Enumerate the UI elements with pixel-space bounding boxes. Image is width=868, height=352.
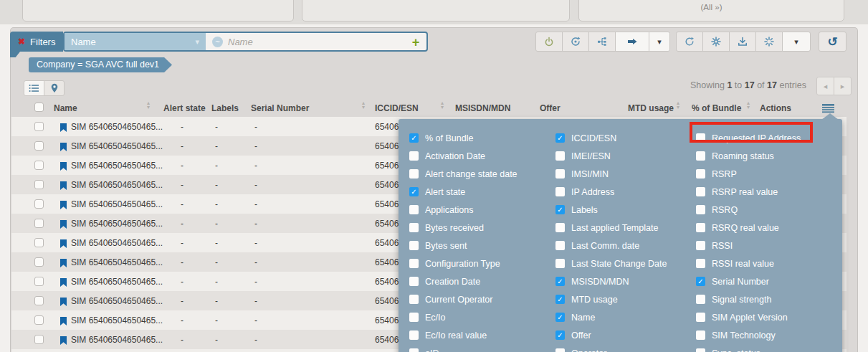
- power-button[interactable]: [535, 32, 563, 52]
- row-checkbox[interactable]: [34, 161, 44, 170]
- unchecked-checkbox[interactable]: [409, 277, 419, 286]
- sort-arrows-icon[interactable]: ▴▾: [747, 101, 750, 110]
- column-header--of-bundle[interactable]: % of Bundle: [692, 103, 741, 113]
- settings-button[interactable]: [702, 32, 730, 52]
- column-option[interactable]: eID: [409, 344, 551, 352]
- column-option[interactable]: IMSI/MIN: [555, 165, 697, 183]
- unchecked-checkbox[interactable]: [555, 241, 565, 250]
- unchecked-checkbox[interactable]: [555, 223, 565, 232]
- row-checkbox[interactable]: [34, 219, 44, 228]
- row-checkbox[interactable]: [34, 277, 44, 286]
- column-option[interactable]: ✓% of Bundle: [409, 129, 551, 147]
- column-header-offer[interactable]: Offer: [540, 103, 561, 113]
- column-option[interactable]: Roaming status: [696, 147, 838, 165]
- unchecked-checkbox[interactable]: [555, 151, 565, 161]
- column-option[interactable]: ✓Labels: [555, 201, 697, 219]
- column-option[interactable]: Alert change state date: [409, 165, 551, 183]
- unchecked-checkbox[interactable]: [409, 259, 419, 268]
- row-checkbox[interactable]: [34, 238, 44, 247]
- refresh-button[interactable]: [676, 32, 703, 52]
- column-option[interactable]: ✓MTD usage: [555, 290, 697, 308]
- unchecked-checkbox[interactable]: [696, 295, 705, 304]
- unchecked-checkbox[interactable]: [696, 151, 705, 161]
- column-option[interactable]: IP Address: [555, 183, 697, 201]
- unchecked-checkbox[interactable]: [696, 348, 705, 352]
- unchecked-checkbox[interactable]: [696, 313, 705, 322]
- assign-tag-button[interactable]: [615, 32, 649, 52]
- sort-arrows-icon[interactable]: ▴▾: [362, 101, 365, 110]
- download-button[interactable]: [729, 32, 756, 52]
- next-page-button[interactable]: ▸: [834, 77, 852, 95]
- unchecked-checkbox[interactable]: [409, 223, 419, 232]
- column-option[interactable]: Last State Change Date: [555, 255, 697, 272]
- checked-checkbox[interactable]: ✓: [409, 133, 419, 143]
- checked-checkbox[interactable]: ✓: [555, 277, 565, 286]
- column-option[interactable]: Last applied Template: [555, 219, 697, 237]
- unchecked-checkbox[interactable]: [696, 169, 705, 179]
- unchecked-checkbox[interactable]: [409, 205, 419, 214]
- checked-checkbox[interactable]: ✓: [555, 313, 565, 322]
- column-header-mtd-usage[interactable]: MTD usage: [628, 103, 674, 113]
- column-option[interactable]: Creation Date: [409, 272, 551, 290]
- unchecked-checkbox[interactable]: [409, 151, 419, 161]
- column-option[interactable]: Applications: [409, 201, 551, 219]
- checked-checkbox[interactable]: ✓: [555, 205, 565, 214]
- undo-button[interactable]: ↺: [819, 32, 846, 52]
- top-input-2[interactable]: [302, 0, 570, 22]
- process-button[interactable]: [755, 32, 783, 52]
- unchecked-checkbox[interactable]: [555, 348, 565, 352]
- column-option[interactable]: RSRQ: [696, 201, 838, 219]
- sort-arrows-icon[interactable]: ▴▾: [441, 101, 444, 110]
- column-header-labels[interactable]: Labels: [211, 103, 239, 113]
- column-option[interactable]: Bytes sent: [409, 237, 551, 255]
- column-header-alert-state[interactable]: Alert state: [163, 103, 206, 113]
- sort-arrows-icon[interactable]: ▴▾: [677, 101, 679, 110]
- column-option[interactable]: SIM Applet Version: [696, 308, 838, 326]
- row-checkbox[interactable]: [34, 335, 44, 344]
- hierarchy-button[interactable]: [588, 32, 616, 52]
- row-checkbox[interactable]: [34, 199, 44, 209]
- column-option[interactable]: RSRP real value: [696, 183, 838, 201]
- unchecked-checkbox[interactable]: [696, 223, 705, 232]
- column-option[interactable]: Sync. status: [696, 344, 838, 352]
- row-checkbox[interactable]: [34, 141, 44, 151]
- column-option[interactable]: ✓MSISDN/MDN: [555, 272, 697, 290]
- row-checkbox[interactable]: [34, 315, 44, 325]
- column-option[interactable]: Signal strength: [696, 290, 838, 308]
- column-header-iccid-esn[interactable]: ICCID/ESN: [375, 103, 419, 113]
- column-option[interactable]: RSRQ real value: [696, 219, 838, 237]
- unchecked-checkbox[interactable]: [696, 241, 705, 250]
- active-filter-tag[interactable]: Company = SGA AVC full dev1: [29, 57, 172, 72]
- column-option[interactable]: Current Operator: [409, 290, 551, 308]
- column-option[interactable]: ✓Alert state: [409, 183, 551, 201]
- unchecked-checkbox[interactable]: [409, 348, 419, 352]
- filter-field-select[interactable]: Name ▾: [65, 33, 206, 50]
- column-option[interactable]: ✓ICCID/ESN: [555, 129, 697, 147]
- top-input-1[interactable]: [22, 0, 294, 22]
- clear-filters-icon[interactable]: ✖: [18, 37, 25, 46]
- unchecked-checkbox[interactable]: [696, 330, 705, 340]
- filter-value-input[interactable]: ~ Name: [206, 33, 405, 50]
- column-option[interactable]: Activation Date: [409, 147, 551, 165]
- column-option[interactable]: Last Comm. date: [555, 237, 697, 255]
- row-checkbox[interactable]: [34, 180, 44, 189]
- column-option[interactable]: Ec/Io: [409, 308, 551, 326]
- checked-checkbox[interactable]: ✓: [409, 187, 419, 196]
- checked-checkbox[interactable]: ✓: [696, 277, 705, 286]
- select-all-checkbox[interactable]: [34, 103, 44, 112]
- checked-checkbox[interactable]: ✓: [555, 295, 565, 304]
- column-header-actions[interactable]: Actions: [760, 103, 791, 113]
- column-header-msisdn-mdn[interactable]: MSISDN/MDN: [455, 103, 510, 113]
- list-view-button[interactable]: [24, 80, 44, 96]
- sort-arrows-icon[interactable]: ▴▾: [147, 101, 150, 110]
- sync-state-button[interactable]: [562, 32, 589, 52]
- actions-menu-button[interactable]: ▾: [782, 32, 811, 52]
- column-header-serial-number[interactable]: Serial Number: [251, 103, 309, 113]
- column-option[interactable]: ✓Name: [555, 308, 697, 326]
- column-option[interactable]: IMEI/ESN: [555, 147, 697, 165]
- column-option[interactable]: RSSI: [696, 237, 838, 255]
- column-option[interactable]: ✓Offer: [555, 326, 697, 344]
- unchecked-checkbox[interactable]: [409, 169, 419, 179]
- unchecked-checkbox[interactable]: [555, 187, 565, 196]
- column-option[interactable]: Bytes received: [409, 219, 551, 237]
